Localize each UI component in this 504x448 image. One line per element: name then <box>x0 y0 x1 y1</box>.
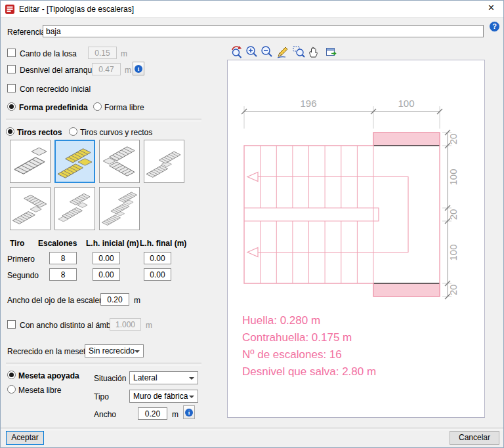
col-lh-final: L.h. final (m) <box>140 239 186 248</box>
tipo-select[interactable]: Muro de fábrica <box>129 390 198 403</box>
situacion-value: Lateral <box>133 373 158 382</box>
ancho-ojo-input[interactable] <box>100 293 129 306</box>
meseta-ancho-input[interactable] <box>138 407 167 420</box>
recrecido-meseta-select[interactable]: Sin recrecido <box>85 344 144 357</box>
ancho-distinto-unit: m <box>146 321 152 330</box>
stair-type-thumbnail-1[interactable] <box>10 140 51 183</box>
ancho-distinto-checkbox[interactable] <box>7 320 16 329</box>
col-escalones: Escalones <box>38 239 77 248</box>
stair-type-thumbnail-2-selected[interactable] <box>54 140 95 183</box>
separator <box>6 119 201 121</box>
dim-top-100: 100 <box>398 98 414 109</box>
meseta-apoyada-radio[interactable] <box>7 371 16 379</box>
help-icon[interactable]: ? <box>490 22 499 31</box>
tipo-value: Muro de fábrica <box>133 392 188 401</box>
recrecido-meseta-value: Sin recrecido <box>89 346 135 356</box>
col-lh-inicial: L.h. inicial (m) <box>86 239 139 248</box>
col-tiro: Tiro <box>10 239 24 248</box>
titlebar: Editar - [Tipologías de escaleras] × <box>1 1 503 18</box>
zoom-window-icon[interactable] <box>292 45 305 58</box>
primero-escalones-input[interactable] <box>49 252 77 264</box>
dimension-labels: 196 100 20 100 20 100 20 <box>300 98 459 295</box>
annotation-huella: Huella: 0.280 m <box>242 314 320 327</box>
forma-libre-label: Forma libre <box>104 103 144 112</box>
stair-plan-svg: 196 100 20 100 20 100 20 <box>228 60 484 417</box>
desnivel-arranque-checkbox[interactable] <box>7 65 16 73</box>
meseta-apoyada-label: Meseta apoyada <box>18 371 79 380</box>
tiros-rectos-radio[interactable] <box>6 127 14 136</box>
primero-lh-inicial-input[interactable] <box>93 252 120 264</box>
referencia-label: Referencia <box>7 28 45 37</box>
separator <box>6 363 201 365</box>
export-view-icon[interactable] <box>325 45 338 58</box>
meseta-libre-label: Meseta libre <box>18 386 61 395</box>
dim-right-20b: 20 <box>448 209 459 220</box>
dim-right-100a: 100 <box>448 169 459 185</box>
meseta-libre-radio[interactable] <box>7 385 16 394</box>
cancelar-button[interactable]: Cancelar <box>450 431 499 445</box>
stair-type-thumbnail-3[interactable] <box>99 140 140 183</box>
dialog-editar-tipologias: Editar - [Tipologías de escaleras] × ? R… <box>0 0 504 448</box>
tiros-rectos-label: Tiros rectos <box>17 128 62 137</box>
info-icon: i <box>135 65 142 73</box>
canto-losa-label: Canto de la losa <box>20 49 77 58</box>
stair-annotations: Huella: 0.280 m Contrahuella: 0.175 m Nº… <box>242 314 376 378</box>
redraw-icon[interactable] <box>276 45 289 58</box>
segundo-lh-inicial-input[interactable] <box>93 268 120 281</box>
stair-plan-canvas[interactable]: 196 100 20 100 20 100 20 <box>227 60 485 418</box>
annotation-num-escalones: Nº de escalones: 16 <box>242 348 342 361</box>
pan-hand-icon[interactable] <box>307 45 320 58</box>
canto-losa-checkbox[interactable] <box>7 49 16 57</box>
stair-type-thumbnail-6[interactable] <box>54 187 95 230</box>
dim-top-196: 196 <box>300 98 316 109</box>
situacion-label: Situación <box>94 374 126 383</box>
primero-lh-final-input[interactable] <box>144 252 171 264</box>
recrecido-inicial-label: Con recrecido inicial <box>20 85 91 94</box>
forma-libre-radio[interactable] <box>93 102 102 111</box>
situacion-select[interactable]: Lateral <box>129 371 198 384</box>
ancho-ojo-label: Ancho del ojo de la escalera <box>7 296 106 305</box>
close-icon[interactable]: × <box>488 2 494 14</box>
meseta-ancho-unit: m <box>172 410 178 419</box>
zoom-in-icon[interactable] <box>245 45 259 58</box>
stair-type-thumbnail-4[interactable] <box>144 140 184 183</box>
desnivel-info-button[interactable]: i <box>133 62 144 75</box>
dim-right-20c: 20 <box>448 285 459 296</box>
ancho-ojo-unit: m <box>134 296 140 305</box>
row-segundo-label: Segundo <box>7 271 39 280</box>
tipo-label: Tipo <box>94 392 109 401</box>
forma-predefinida-label: Forma predefinida <box>19 103 88 112</box>
tiros-curvos-label: Tiros curvos y rectos <box>80 128 152 137</box>
ancho-distinto-label: Con ancho distinto al ámbito <box>20 321 119 330</box>
info-icon: i <box>185 409 193 417</box>
zoom-previous-icon[interactable] <box>230 45 243 58</box>
app-icon <box>5 4 15 14</box>
meseta-ancho-label: Ancho <box>94 410 116 419</box>
tiros-curvos-radio[interactable] <box>69 127 77 136</box>
zoom-out-icon[interactable] <box>261 45 274 58</box>
window-title: Editar - [Tipologías de escaleras] <box>19 5 134 14</box>
referencia-input[interactable] <box>43 25 484 37</box>
annotation-contrahuella: Contrahuella: 0.175 m <box>242 331 352 344</box>
desnivel-arranque-label: Desnivel del arranque <box>20 66 96 75</box>
recrecido-inicial-checkbox[interactable] <box>7 84 16 92</box>
meseta-info-button[interactable]: i <box>183 405 195 419</box>
recrecido-meseta-label: Recrecido en la meseta <box>7 347 90 356</box>
canto-losa-unit: m <box>121 49 127 58</box>
stair-type-thumbnail-5[interactable] <box>10 187 51 230</box>
annotation-desnivel: Desnivel que salva: 2.80 m <box>242 365 376 378</box>
forma-predefinida-radio[interactable] <box>7 102 16 111</box>
walking-line <box>247 173 408 257</box>
landing-slab-bands <box>373 132 440 296</box>
ancho-distinto-input <box>110 318 141 331</box>
desnivel-arranque-input <box>92 63 121 75</box>
segundo-lh-final-input[interactable] <box>144 268 171 281</box>
dim-right-100b: 100 <box>448 244 459 260</box>
aceptar-button[interactable]: Aceptar <box>6 431 44 445</box>
desnivel-arranque-unit: m <box>125 66 131 75</box>
segundo-escalones-input[interactable] <box>49 268 77 281</box>
dim-right-20a: 20 <box>448 134 459 145</box>
canto-losa-input <box>88 47 117 59</box>
stair-type-thumbnail-7[interactable] <box>99 187 140 230</box>
stair-outline <box>244 132 440 296</box>
